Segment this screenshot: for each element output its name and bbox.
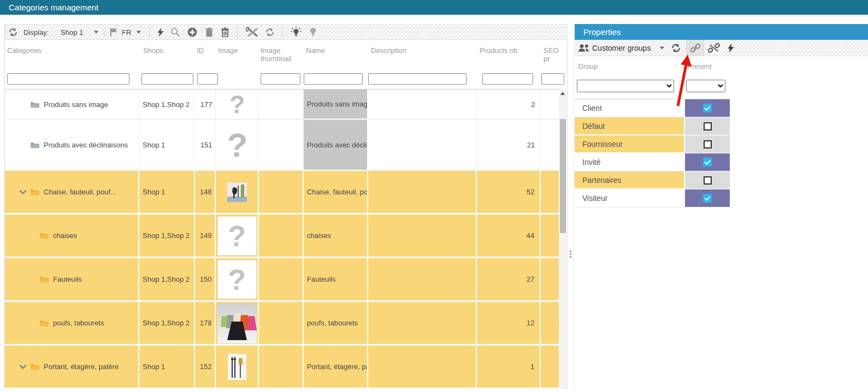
- column-header-products-nb[interactable]: Products nb: [480, 46, 517, 55]
- properties-mode-caret-icon[interactable]: [660, 46, 664, 49]
- id-cell[interactable]: 177: [195, 90, 216, 120]
- description-cell[interactable]: [368, 90, 476, 120]
- id-cell[interactable]: 178: [195, 302, 216, 346]
- products-nb-cell[interactable]: 21: [477, 120, 541, 171]
- filter-seo-input[interactable]: [541, 73, 564, 85]
- present-cell[interactable]: [685, 135, 730, 153]
- table-row[interactable]: Portant, étagère, patère Shop 1 152 Port…: [5, 346, 559, 389]
- properties-mode-selector[interactable]: Customer groups: [592, 44, 651, 52]
- name-cell[interactable]: Chaise, fauteuil, pouf...: [304, 171, 369, 215]
- delete-all-icon[interactable]: [221, 27, 229, 37]
- vertical-scrollbar[interactable]: [559, 89, 566, 389]
- filter-categories-input[interactable]: [7, 73, 129, 85]
- image-thumbnail-cell[interactable]: [259, 346, 304, 389]
- group-name-cell[interactable]: Partenaires: [575, 171, 685, 189]
- scroll-up-arrow-icon[interactable]: [560, 92, 565, 95]
- id-cell[interactable]: 150: [195, 258, 216, 302]
- column-header-categories[interactable]: Categories: [7, 46, 42, 55]
- column-header-image-thumbnail[interactable]: Image thumbnail: [261, 46, 299, 63]
- category-cell[interactable]: Portant, étagère, patère: [5, 346, 139, 389]
- name-cell[interactable]: Produits sans image: [304, 90, 369, 120]
- list-item[interactable]: Défaut: [575, 117, 730, 135]
- image-cell[interactable]: ?: [216, 120, 259, 171]
- present-checkbox[interactable]: [703, 158, 712, 167]
- shops-cell[interactable]: Shop 1,Shop 2: [139, 258, 195, 302]
- present-checkbox[interactable]: [704, 122, 712, 130]
- group-name-cell[interactable]: Visiteur: [575, 189, 685, 207]
- table-row[interactable]: chaises Shop 1,Shop 2 149 ? chaises 44: [5, 215, 559, 258]
- products-nb-cell[interactable]: 44: [477, 215, 541, 258]
- refresh-grid-icon[interactable]: [265, 27, 275, 37]
- splitter-drag-handle-icon[interactable]: [569, 251, 572, 258]
- filter-id-input[interactable]: [197, 73, 218, 85]
- present-checkbox[interactable]: [704, 176, 712, 185]
- chevron-down-icon[interactable]: [19, 190, 27, 194]
- group-name-cell[interactable]: Client: [575, 99, 685, 117]
- id-cell[interactable]: 151: [195, 120, 216, 171]
- products-nb-cell[interactable]: 27: [477, 258, 541, 302]
- description-cell[interactable]: [368, 258, 476, 302]
- filter-description-input[interactable]: [368, 73, 467, 85]
- present-checkbox[interactable]: [703, 194, 712, 203]
- shops-cell[interactable]: Shop 1: [139, 120, 195, 171]
- table-row[interactable]: Produits avec déclinaisons Shop 1 151 ? …: [5, 120, 559, 171]
- seo-cell[interactable]: [541, 258, 559, 302]
- table-row[interactable]: poufs, tabourets Shop 1,Shop 2 178 poufs…: [5, 302, 559, 346]
- group-column-header[interactable]: Group: [578, 62, 598, 70]
- image-cell[interactable]: [216, 302, 259, 346]
- category-cell[interactable]: Chaise, fauteuil, pouf...: [5, 171, 139, 215]
- image-thumbnail-cell[interactable]: [259, 120, 304, 171]
- properties-lightning-icon[interactable]: [728, 43, 734, 52]
- shops-cell[interactable]: Shop 1,Shop 2: [139, 215, 195, 258]
- present-checkbox[interactable]: [703, 104, 712, 112]
- list-item[interactable]: Visiteur: [575, 189, 730, 207]
- description-cell[interactable]: [368, 215, 476, 258]
- table-row[interactable]: Chaise, fauteuil, pouf... Shop 1 148 Cha…: [5, 171, 559, 215]
- name-cell[interactable]: poufs, tabourets: [304, 302, 369, 346]
- bulb-on-icon[interactable]: [290, 26, 302, 38]
- bulb-off-icon[interactable]: [309, 26, 317, 38]
- products-nb-cell[interactable]: 1: [477, 346, 541, 389]
- name-cell[interactable]: chaises: [304, 215, 369, 258]
- category-cell[interactable]: chaises: [5, 215, 139, 258]
- category-cell[interactable]: Produits sans image: [5, 90, 139, 120]
- filter-shops-input[interactable]: [141, 73, 193, 85]
- seo-cell[interactable]: [541, 120, 559, 171]
- category-cell[interactable]: Fauteuils: [5, 258, 139, 302]
- shops-cell[interactable]: Shop 1,Shop 2: [139, 302, 195, 346]
- table-row[interactable]: Fauteuils Shop 1,Shop 2 150 ? Fauteuils …: [5, 258, 559, 302]
- image-cell[interactable]: ?: [216, 258, 259, 302]
- search-icon[interactable]: [170, 27, 180, 37]
- present-cell[interactable]: [685, 171, 730, 189]
- shop-selector[interactable]: Shop 1: [61, 28, 83, 36]
- image-cell[interactable]: [216, 346, 259, 389]
- products-nb-cell[interactable]: 2: [477, 90, 541, 120]
- image-cell[interactable]: [216, 171, 259, 215]
- tools-icon[interactable]: [246, 27, 259, 38]
- present-checkbox[interactable]: [704, 140, 712, 149]
- list-item[interactable]: Fournisseur: [575, 135, 730, 153]
- name-cell[interactable]: Produits avec déclinaisons: [304, 120, 369, 171]
- products-nb-cell[interactable]: 52: [477, 171, 541, 215]
- group-name-cell[interactable]: Défaut: [575, 117, 685, 135]
- image-thumbnail-cell[interactable]: [259, 171, 304, 215]
- filter-name-input[interactable]: [304, 73, 363, 85]
- group-filter-select[interactable]: [577, 80, 674, 92]
- id-cell[interactable]: 149: [195, 215, 216, 258]
- description-cell[interactable]: [368, 120, 476, 171]
- description-cell[interactable]: [368, 171, 476, 215]
- column-header-image[interactable]: Image: [218, 46, 238, 55]
- name-cell[interactable]: Fauteuils: [304, 258, 369, 302]
- filter-image-thumbnail-input[interactable]: [261, 73, 300, 85]
- present-cell[interactable]: [685, 153, 730, 171]
- shops-cell[interactable]: Shop 1: [139, 171, 195, 215]
- seo-cell[interactable]: [541, 90, 559, 120]
- add-category-button[interactable]: [187, 27, 197, 37]
- seo-cell[interactable]: [541, 215, 559, 258]
- category-cell[interactable]: Produits avec déclinaisons: [5, 120, 139, 171]
- panel-splitter[interactable]: [567, 24, 568, 390]
- present-cell[interactable]: [685, 117, 730, 135]
- seo-cell[interactable]: [541, 171, 559, 215]
- group-name-cell[interactable]: Invité: [575, 153, 685, 171]
- shop-selector-caret-icon[interactable]: [94, 31, 98, 33]
